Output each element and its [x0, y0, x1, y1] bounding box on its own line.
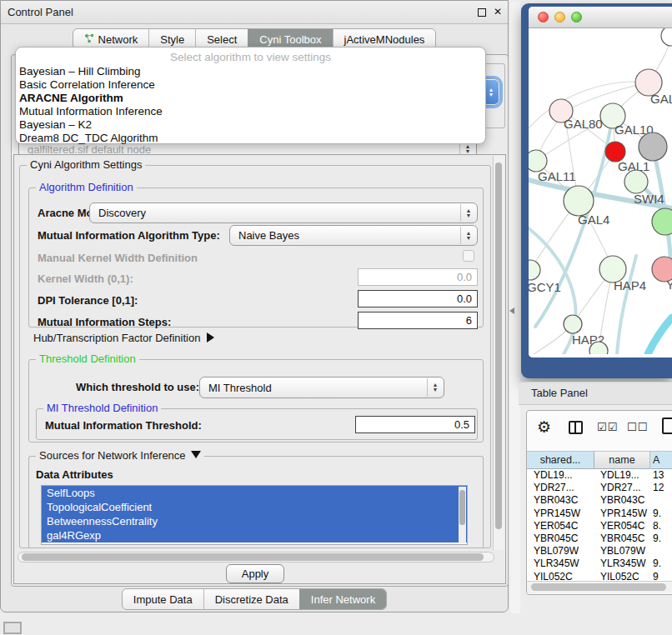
- mi-threshold-definition-title: MI Threshold Definition: [43, 402, 161, 414]
- network-canvas[interactable]: GALGAL80GAL10GAL1GAL11SWI4GAL4GCY1HAP4YH…: [529, 28, 672, 358]
- table-row[interactable]: YBR043CYBR043C: [527, 494, 672, 507]
- tab-network-label: Network: [98, 33, 138, 46]
- stepper-icon: ▲▼: [460, 227, 476, 244]
- table-row[interactable]: YER054CYER054C8.: [527, 520, 672, 532]
- network-node-label: SWI4: [634, 192, 664, 206]
- mi-steps-label: Mutual Information Steps:: [38, 316, 171, 328]
- column-view-icon[interactable]: [569, 421, 583, 434]
- network-node[interactable]: [652, 208, 672, 235]
- threshold-definition-group: Threshold Definition Which threshold to …: [28, 359, 484, 442]
- dpi-tolerance-input[interactable]: 0.0: [358, 290, 478, 308]
- attr-items: SelfLoopsTopologicalCoefficientBetweenne…: [42, 486, 467, 542]
- network-edge-thick[interactable]: [648, 318, 672, 354]
- tab-infer-network[interactable]: Infer Network: [299, 589, 386, 609]
- mi-threshold-label: Mutual Information Threshold:: [45, 419, 202, 432]
- data-attribute-item[interactable]: gal4RGexp: [42, 528, 467, 542]
- collapse-down-icon: [191, 451, 201, 458]
- tab-impute-data[interactable]: Impute Data: [123, 589, 203, 609]
- mi-algorithm-type-label: Mutual Information Algorithm Type:: [38, 229, 220, 242]
- network-icon: [84, 33, 94, 46]
- table-row[interactable]: YBL079WYBL079W: [527, 545, 672, 558]
- table-rows: YDL19...YDL19...13YDR27...YDR27...12YBR0…: [527, 469, 672, 581]
- unchecked-boxes-icon[interactable]: ☐☐: [627, 421, 648, 433]
- mi-algorithm-type-combo[interactable]: Naive Bayes ▲▼: [229, 225, 478, 246]
- network-view-inner: GALGAL80GAL10GAL1GAL11SWI4GAL4GCY1HAP4YH…: [529, 7, 672, 358]
- table-row[interactable]: YPR145WYPR145W9.: [527, 508, 672, 520]
- network-view-window[interactable]: GALGAL80GAL10GAL1GAL11SWI4GAL4GCY1HAP4YH…: [521, 3, 672, 378]
- table-row[interactable]: YIL052CYIL052C9: [527, 571, 672, 582]
- network-node[interactable]: [639, 132, 667, 161]
- table-row[interactable]: YBR045CYBR045C9.: [527, 532, 672, 545]
- network-node[interactable]: [624, 170, 648, 193]
- stepper-icon: ▲▼: [427, 378, 443, 397]
- data-attribute-item[interactable]: SelfLoops: [42, 486, 467, 500]
- network-node[interactable]: [661, 28, 672, 46]
- kernel-width-label: Kernel Width (0,1):: [38, 272, 133, 285]
- hub-definition-toggle[interactable]: Hub/Transcription Factor Definition: [33, 332, 214, 344]
- splitter-collapse-arrow-icon[interactable]: [509, 308, 514, 314]
- control-panel-title: Control Panel: [8, 1, 73, 23]
- algorithm-option[interactable]: ARACNE Algorithm: [16, 92, 485, 105]
- sources-title[interactable]: Sources for Network Inference: [36, 449, 204, 462]
- dpi-tolerance-label: DPI Tolerance [0,1]:: [38, 294, 138, 307]
- algorithm-popup-placeholder: Select algorithm to view settings: [16, 50, 485, 65]
- algorithm-popup-list: Bayesian – Hill ClimbingBasic Correlatio…: [16, 65, 485, 145]
- screen: Control Panel ✕ Network Style Select Cyn…: [0, 0, 672, 635]
- control-panel-titlebar: Control Panel ✕: [1, 1, 508, 24]
- list-vertical-scrollbar[interactable]: [459, 487, 466, 543]
- data-attributes-label: Data Attributes: [36, 468, 113, 481]
- data-attribute-item[interactable]: BetweennessCentrality: [42, 514, 467, 528]
- manual-kernel-checkbox[interactable]: [463, 250, 474, 262]
- table-row[interactable]: YDL19...YDL19...13: [527, 469, 672, 482]
- table-horizontal-scrollbar[interactable]: [527, 581, 672, 593]
- algorithm-dropdown-popup: Select algorithm to view settings Bayesi…: [15, 47, 486, 144]
- mi-threshold-definition-group: MI Threshold Definition Mutual Informati…: [36, 408, 478, 440]
- threshold-definition-title: Threshold Definition: [36, 352, 139, 365]
- algorithm-definition-group: Algorithm Definition Aracne Mode: Discov…: [28, 188, 484, 328]
- stepper-icon: ▲▼: [460, 204, 476, 222]
- network-node-label: GCY1: [529, 280, 561, 294]
- algorithm-option[interactable]: Bayesian – Hill Climbing: [16, 65, 485, 78]
- checked-boxes-icon[interactable]: ☑☑: [597, 421, 618, 433]
- aracne-mode-combo[interactable]: Discovery ▲▼: [89, 202, 478, 223]
- which-threshold-combo[interactable]: MI Threshold ▲▼: [199, 377, 444, 398]
- network-node[interactable]: [564, 315, 582, 333]
- network-node[interactable]: [529, 260, 540, 280]
- gear-icon[interactable]: ⚙: [537, 418, 551, 437]
- network-window-titlebar[interactable]: [529, 7, 672, 28]
- column-header-name[interactable]: name: [594, 451, 650, 469]
- settings-scroll-panel: Cyni Algorithm Settings Algorithm Defini…: [13, 154, 506, 584]
- network-node[interactable]: [564, 186, 594, 216]
- table-panel-titlebar: Table Panel: [519, 382, 672, 405]
- network-node-label: GAL: [650, 92, 672, 106]
- network-node-label: HAP4: [614, 278, 646, 292]
- mi-steps-input[interactable]: 6: [358, 312, 478, 329]
- data-attribute-item[interactable]: TopologicalCoefficient: [42, 500, 467, 514]
- minimized-panel-icon[interactable]: [3, 622, 22, 634]
- minimize-traffic-light-icon[interactable]: [554, 12, 565, 22]
- data-attributes-list[interactable]: SelfLoopsTopologicalCoefficientBetweenne…: [41, 485, 468, 545]
- algorithm-option[interactable]: Dream8 DC_TDC Algorithm: [16, 132, 485, 145]
- algorithm-option[interactable]: Mutual Information Inference: [16, 105, 485, 118]
- algorithm-option[interactable]: Bayesian – K2: [16, 118, 485, 132]
- apply-button[interactable]: Apply: [226, 564, 284, 583]
- float-window-icon[interactable]: [478, 8, 486, 17]
- table-panel-title: Table Panel: [531, 382, 588, 404]
- network-node-label: GAL11: [538, 169, 576, 183]
- algorithm-option[interactable]: Basic Correlation Inference: [16, 78, 485, 92]
- settings-horizontal-scrollbar[interactable]: [18, 552, 494, 562]
- algorithm-definition-title: Algorithm Definition: [36, 181, 137, 193]
- close-icon[interactable]: ✕: [494, 1, 502, 23]
- mi-threshold-input[interactable]: 0.5: [355, 416, 475, 433]
- column-header-partial[interactable]: A: [650, 451, 672, 469]
- column-header-shared-name[interactable]: shared...: [527, 451, 594, 469]
- table-row[interactable]: YLR345WYLR345W9.: [527, 558, 672, 570]
- table-file-icon[interactable]: [662, 418, 672, 434]
- kernel-width-input[interactable]: 0.0: [358, 268, 478, 286]
- tab-discretize-data[interactable]: Discretize Data: [203, 589, 299, 609]
- table-row[interactable]: YDR27...YDR27...12: [527, 482, 672, 494]
- expand-right-icon: [207, 332, 214, 342]
- close-traffic-light-icon[interactable]: [538, 12, 549, 22]
- zoom-traffic-light-icon[interactable]: [571, 12, 582, 22]
- settings-vertical-scrollbar[interactable]: [493, 156, 504, 550]
